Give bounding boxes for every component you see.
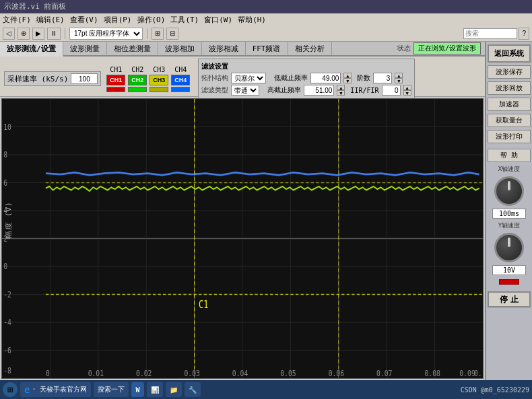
- menu-help[interactable]: 帮助(H): [238, 15, 266, 25]
- x-speed-section: X轴速度 100ms: [488, 165, 531, 219]
- search-input[interactable]: [463, 28, 517, 39]
- order-down[interactable]: ▼: [395, 78, 403, 83]
- get-waveform-button[interactable]: 获取量台: [488, 114, 531, 127]
- sample-rate-box: 采样速率 (kS/s): [4, 71, 101, 86]
- toolbar-sep2: [147, 28, 147, 39]
- status-value: 正在浏览/设置波形: [413, 42, 481, 55]
- menu-file[interactable]: 文件(F): [3, 15, 31, 25]
- search-label: 搜索一下: [98, 385, 125, 394]
- high-cutoff-input[interactable]: [304, 85, 334, 96]
- svg-text:0.04: 0.04: [232, 369, 248, 378]
- sample-rate-input[interactable]: [71, 73, 98, 84]
- menu-edit[interactable]: 编辑(E): [36, 15, 65, 25]
- main-layout: 波形测流/设置 波形测量 相位差测量 波形相加 波形相减 FFT频谱 相关分析 …: [0, 42, 532, 399]
- toolbar-align[interactable]: ⊞: [152, 28, 164, 40]
- chart-area[interactable]: 10 8 6 4 2 0 -2 -4 -6 -8 幅度 (V) 0 0.01 0…: [1, 98, 484, 379]
- iir-fir-up[interactable]: ▲: [403, 85, 411, 90]
- word-icon: W: [135, 386, 139, 394]
- svg-text:8: 8: [3, 150, 7, 159]
- y-speed-knob[interactable]: [494, 233, 524, 262]
- high-cutoff-up[interactable]: ▲: [337, 85, 345, 90]
- print-waveform-button[interactable]: 波形打印: [488, 130, 531, 143]
- taskbar-icon5[interactable]: 🔧: [185, 382, 201, 397]
- ch4-col: CH4 CH4: [171, 66, 190, 92]
- order-spinner[interactable]: ▲ ▼: [395, 73, 403, 83]
- toolbar-distribute[interactable]: ⊟: [166, 28, 178, 40]
- order-up[interactable]: ▲: [395, 73, 403, 78]
- accelerator-button[interactable]: 加速器: [488, 98, 531, 111]
- svg-text:0.07: 0.07: [376, 369, 392, 378]
- taskbar-tray: CSDN @m0_65230229: [461, 386, 529, 394]
- stop-button[interactable]: 停 止: [488, 291, 531, 307]
- taskbar-word[interactable]: W: [131, 382, 143, 397]
- svg-text:0.06: 0.06: [329, 369, 344, 378]
- toolbar-sep1: [65, 28, 65, 39]
- iir-fir-input[interactable]: [382, 85, 401, 96]
- taskbar-search[interactable]: 搜索一下: [94, 382, 129, 397]
- high-cutoff-spinner[interactable]: ▲ ▼: [337, 85, 345, 96]
- tab-wave-sub[interactable]: 波形相减: [202, 42, 246, 55]
- search-button[interactable]: ?: [519, 28, 529, 40]
- left-panel: 波形测流/设置 波形测量 相位差测量 波形相加 波形相减 FFT频谱 相关分析 …: [0, 42, 485, 399]
- low-cutoff-up[interactable]: ▲: [343, 73, 352, 78]
- svg-text:C1: C1: [199, 299, 208, 311]
- toolbar-pause[interactable]: ⏸: [47, 28, 61, 40]
- x-speed-knob[interactable]: [494, 176, 524, 206]
- taskbar-ie[interactable]: e · 天梭手表官方网: [20, 382, 91, 397]
- taskbar-icon4[interactable]: 📁: [166, 382, 182, 397]
- svg-text:-8: -8: [3, 366, 11, 375]
- iir-fir-down[interactable]: ▼: [403, 90, 411, 96]
- ch3-button[interactable]: CH3: [149, 75, 168, 85]
- oscilloscope-chart: 10 8 6 4 2 0 -2 -4 -6 -8 幅度 (V) 0 0.01 0…: [2, 99, 483, 378]
- font-size-select[interactable]: 17pt 应用程序字体: [69, 28, 143, 40]
- ch1-button[interactable]: CH1: [106, 75, 125, 85]
- tab-correlation[interactable]: 相关分析: [288, 42, 332, 55]
- sample-rate-label: 采样速率 (kS/s): [7, 74, 68, 84]
- toolbar-new[interactable]: ◁: [3, 28, 15, 40]
- taskbar-icon5-label: 🔧: [189, 386, 197, 394]
- toolbar-run[interactable]: ▶: [32, 28, 44, 40]
- help-button[interactable]: 帮 助: [488, 149, 531, 162]
- ch4-button[interactable]: CH4: [171, 75, 190, 85]
- svg-text:0.08: 0.08: [424, 369, 440, 378]
- topology-select[interactable]: 贝塞尔: [231, 73, 266, 83]
- tab-fft[interactable]: FFT频谱: [246, 42, 288, 55]
- toolbar: ◁ ⊕ ▶ ⏸ 17pt 应用程序字体 ⊞ ⊟ ?: [0, 26, 532, 42]
- waveform-save-button[interactable]: 波形保存: [488, 65, 531, 79]
- filter-topology-row: 拓扑结构 贝塞尔 低截止频率 ▲ ▼ 阶数 ▲ ▼: [201, 73, 411, 83]
- status-label: 状态: [397, 44, 411, 53]
- ch1-col: CH1 CH1: [106, 66, 125, 92]
- low-cutoff-down[interactable]: ▼: [343, 78, 352, 83]
- watermark-text: CSDN @m0_65230229: [461, 386, 529, 394]
- menu-tools[interactable]: 工具(T): [170, 15, 199, 25]
- title-text: 示波器.vi 前面板: [4, 1, 67, 11]
- high-cutoff-down[interactable]: ▼: [337, 90, 345, 96]
- menu-view[interactable]: 查看(V): [70, 15, 98, 25]
- toolbar-open[interactable]: ⊕: [18, 28, 30, 40]
- low-cutoff-spinner[interactable]: ▲ ▼: [343, 73, 352, 83]
- windows-start-button[interactable]: ⊞: [3, 382, 18, 397]
- ch2-label: CH2: [131, 66, 143, 73]
- svg-text:0.01: 0.01: [88, 369, 104, 378]
- control-row: 采样速率 (kS/s) CH1 CH1 CH2 CH2 CH3 CH3: [0, 57, 485, 97]
- right-panel: 返回系统 波形保存 波形回放 加速器 获取量台 波形打印 帮 助 X轴速度 10…: [485, 42, 532, 399]
- low-cutoff-input[interactable]: [310, 73, 341, 83]
- tab-wave-add[interactable]: 波形相加: [158, 42, 202, 55]
- menu-operate[interactable]: 操作(O): [137, 15, 166, 25]
- menu-window[interactable]: 窗口(W): [204, 15, 232, 25]
- menu-bar: 文件(F) 编辑(E) 查看(V) 项目(P) 操作(O) 工具(T) 窗口(W…: [0, 13, 532, 26]
- taskbar-icon3[interactable]: 📊: [147, 382, 163, 397]
- menu-project[interactable]: 项目(P): [104, 15, 132, 25]
- back-button[interactable]: 返回系统: [488, 44, 531, 63]
- tab-waveform-measure[interactable]: 波形测量: [63, 42, 107, 55]
- filter-type-select[interactable]: 带通: [231, 85, 259, 96]
- ch2-button[interactable]: CH2: [128, 75, 147, 85]
- waveform-playback-button[interactable]: 波形回放: [488, 81, 531, 95]
- x-speed-label: X轴速度: [498, 165, 520, 174]
- topology-label: 拓扑结构: [201, 73, 228, 83]
- tab-phase-diff[interactable]: 相位差测量: [107, 42, 158, 55]
- tab-waveform-settings[interactable]: 波形测流/设置: [0, 42, 63, 57]
- ch1-label: CH1: [110, 66, 122, 73]
- iir-fir-spinner[interactable]: ▲ ▼: [403, 85, 411, 96]
- order-input[interactable]: [373, 73, 392, 83]
